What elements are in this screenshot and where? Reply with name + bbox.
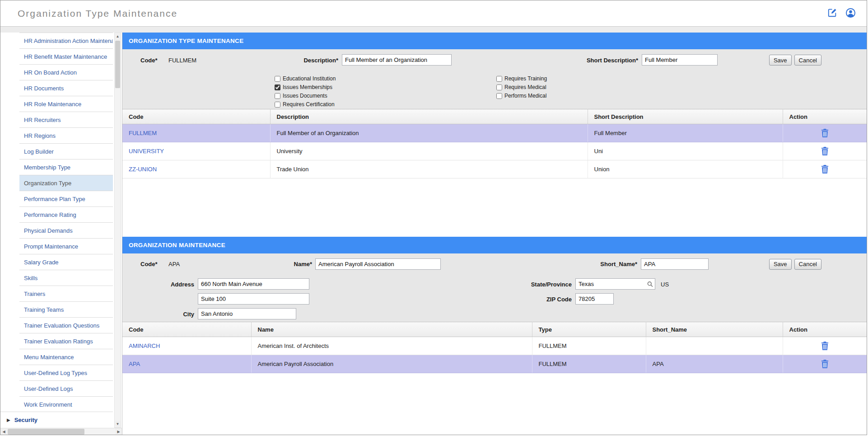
sidebar-item-menu-maintenance[interactable]: Menu Maintenance [19,349,113,365]
name-input[interactable] [315,258,441,270]
org-type-code-link[interactable]: ZZ-UNION [129,166,157,173]
checkbox-row: Issues Documents [275,92,336,99]
sidebar-item-performance-rating[interactable]: Performance Rating [19,207,113,223]
sidebar-item-hr-on-board-action[interactable]: HR On Board Action [19,65,113,80]
app-window: Organization Type Maintenance [0,0,867,435]
organization-code-link[interactable]: APA [129,361,140,367]
org-type-code-link[interactable]: UNIVERSITY [129,148,164,155]
checkbox-label: Requires Certification [283,101,335,108]
short-description-label: Short Description* [556,49,638,71]
scroll-up-arrow[interactable]: ▲ [115,33,121,40]
requires-certification-checkbox[interactable] [275,102,280,108]
org-type-code-link[interactable]: FULLMEM [129,130,157,136]
short-description-input[interactable] [642,54,718,66]
code-label: Code* [140,253,158,275]
lookup-button[interactable] [647,281,653,287]
delete-row-button[interactable] [819,146,831,156]
scroll-right-arrow[interactable]: ▶ [115,428,122,435]
scroll-left-arrow[interactable]: ◀ [0,428,7,435]
save-button[interactable]: Save [769,55,792,66]
state-province-lookup [575,278,655,290]
cell-description: Full Member of an Organization [270,124,588,142]
requires-training-checkbox[interactable] [496,76,502,82]
performs-medical-checkbox[interactable] [496,93,502,99]
sidebar-item-log-builder[interactable]: Log Builder [19,144,113,159]
code-value: FULLMEM [168,49,196,71]
checkbox-row: Issues Memberships [275,84,336,91]
column-header-code: Code [122,322,251,337]
sidebar-vertical-scrollbar[interactable]: ▲ ▼ [114,33,121,428]
city-input[interactable] [198,308,296,319]
sidebar-item-hr-role-maintenance[interactable]: HR Role Maintenance [19,96,113,112]
table-row[interactable]: FULLMEM Full Member of an Organization F… [122,124,867,142]
edit-button[interactable] [827,8,837,19]
column-header-action: Action [783,109,867,124]
country-code-value: US [661,278,669,291]
delete-row-button[interactable] [819,164,831,174]
sidebar-item-prompt-maintenance[interactable]: Prompt Maintenance [19,239,113,254]
sidebar-item-trainers[interactable]: Trainers [19,286,113,302]
issues-documents-checkbox[interactable] [275,93,280,99]
sidebar-horizontal-scrollbar[interactable]: ◀ ▶ [0,428,122,435]
column-header-type: Type [532,322,646,337]
save-button[interactable]: Save [769,259,792,270]
sidebar-item-hr-administration-action-maintenance[interactable]: HR Administration Action Maintenance [19,33,113,49]
sidebar-item-trainer-evaluation-questions[interactable]: Trainer Evaluation Questions [19,318,113,333]
requires-medical-checkbox[interactable] [496,84,502,90]
org-type-form: Code* FULLMEM Description* Short Descrip… [122,49,867,71]
state-province-label: State/Province [502,278,572,291]
table-row[interactable]: UNIVERSITY University Uni [122,142,867,160]
short-name-input[interactable] [641,258,709,270]
issues-memberships-checkbox[interactable] [275,84,280,90]
table-row[interactable]: AMINARCH American Inst. of Architects FU… [122,337,867,355]
checkbox-label: Performs Medical [504,93,546,99]
zip-code-input[interactable] [575,293,614,305]
organization-code-link[interactable]: AMINARCH [129,342,160,349]
cancel-button[interactable]: Cancel [794,55,821,66]
scroll-down-arrow[interactable]: ▼ [115,421,121,427]
address-line1-input[interactable] [198,278,309,290]
sidebar-security-label: Security [14,417,37,423]
description-input[interactable] [342,54,452,66]
cancel-button[interactable]: Cancel [794,259,821,270]
sidebar-item-training-teams[interactable]: Training Teams [19,302,113,318]
table-row[interactable]: ZZ-UNION Trade Union Union [122,160,867,178]
checkbox-row: Educational Institution [275,75,336,82]
organization-table: Code Name Type Short_Name Action AMINARC… [122,322,867,373]
state-province-input[interactable] [575,278,655,290]
delete-row-button[interactable] [819,359,831,369]
sidebar-item-user-defined-log-types[interactable]: User-Defined Log Types [19,365,113,381]
vertical-scroll-thumb[interactable] [115,41,120,88]
sidebar-item-salary-grade[interactable]: Salary Grade [19,254,113,270]
checkbox-row: Requires Certification [275,101,336,108]
organization-form: Code* APA Name* Short_Name* Save Cancel [122,253,867,275]
checkbox-label: Issues Documents [283,93,327,99]
sidebar-item-hr-recruiters[interactable]: HR Recruiters [19,112,113,128]
sidebar: HR Administration Action Maintenance HR … [0,33,122,435]
sidebar-item-user-defined-logs[interactable]: User-Defined Logs [19,381,113,397]
magnifier-icon [647,281,653,288]
educational-institution-checkbox[interactable] [275,76,280,82]
address-line2-input[interactable] [198,293,309,305]
sidebar-item-hr-documents[interactable]: HR Documents [19,80,113,96]
checkbox-column-right: Requires Training Requires Medical Perfo… [496,75,547,99]
sidebar-item-physical-demands[interactable]: Physical Demands [19,223,113,239]
topbar: Organization Type Maintenance [0,0,867,27]
sidebar-item-membership-type[interactable]: Membership Type [19,159,113,175]
main-content: ORGANIZATION TYPE MAINTENANCE Code* FULL… [122,33,867,435]
sidebar-item-hr-benefit-master-maintenance[interactable]: HR Benefit Master Maintenance [19,49,113,65]
sidebar-item-performance-plan-type[interactable]: Performance Plan Type [19,191,113,207]
sidebar-item-trainer-evaluation-ratings[interactable]: Trainer Evaluation Ratings [19,333,113,349]
column-header-description: Description [270,109,588,124]
table-row[interactable]: APA American Payroll Association FULLMEM… [122,355,867,373]
zip-code-label: ZIP Code [502,293,572,305]
horizontal-scroll-thumb[interactable] [8,429,84,435]
user-menu-button[interactable] [845,8,856,19]
sidebar-item-organization-type[interactable]: Organization Type [19,175,113,191]
sidebar-item-work-environment[interactable]: Work Environment [19,397,113,412]
delete-row-button[interactable] [819,341,831,351]
delete-row-button[interactable] [819,128,831,138]
sidebar-group-security[interactable]: ▶ Security [0,412,113,428]
sidebar-item-skills[interactable]: Skills [19,270,113,286]
sidebar-item-hr-regions[interactable]: HR Regions [19,128,113,144]
